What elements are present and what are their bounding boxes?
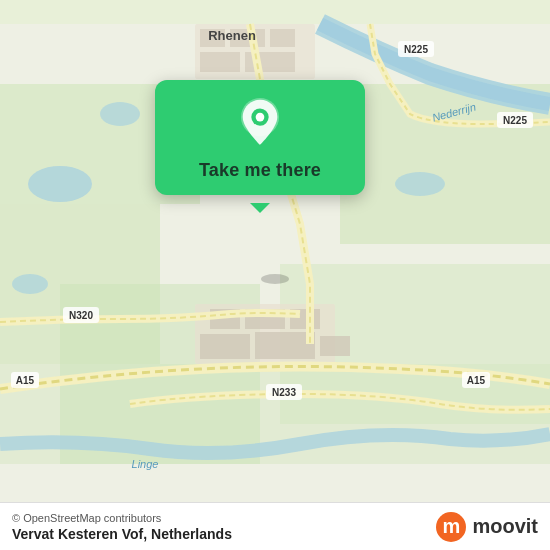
svg-rect-22	[200, 52, 240, 72]
svg-point-9	[12, 274, 48, 294]
moovit-m-icon: m	[436, 512, 466, 542]
location-pin-icon	[234, 98, 286, 150]
svg-text:N225: N225	[503, 115, 527, 126]
svg-text:Rhenen: Rhenen	[208, 28, 256, 43]
svg-point-41	[261, 274, 289, 284]
svg-rect-21	[270, 29, 295, 47]
bottom-bar: © OpenStreetMap contributors Vervat Kest…	[0, 502, 550, 550]
svg-rect-15	[200, 334, 250, 359]
svg-point-8	[100, 102, 140, 126]
svg-text:N233: N233	[272, 387, 296, 398]
navigation-card[interactable]: Take me there	[155, 80, 365, 195]
svg-text:N320: N320	[69, 310, 93, 321]
svg-text:N225: N225	[404, 44, 428, 55]
svg-point-10	[395, 172, 445, 196]
svg-rect-17	[320, 336, 350, 356]
map-container: N225 N225 N233 N233 N320 A15 A15 Rhenen …	[0, 0, 550, 550]
svg-text:Linge: Linge	[132, 458, 159, 470]
svg-point-7	[28, 166, 92, 202]
take-me-there-label: Take me there	[199, 160, 321, 181]
bottom-left-info: © OpenStreetMap contributors Vervat Kest…	[12, 512, 232, 542]
svg-text:A15: A15	[467, 375, 486, 386]
svg-text:A15: A15	[16, 375, 35, 386]
osm-credit: © OpenStreetMap contributors	[12, 512, 232, 524]
moovit-text: moovit	[472, 515, 538, 538]
location-name: Vervat Kesteren Vof, Netherlands	[12, 526, 232, 542]
svg-point-44	[256, 113, 265, 122]
moovit-logo: m moovit	[436, 512, 538, 542]
